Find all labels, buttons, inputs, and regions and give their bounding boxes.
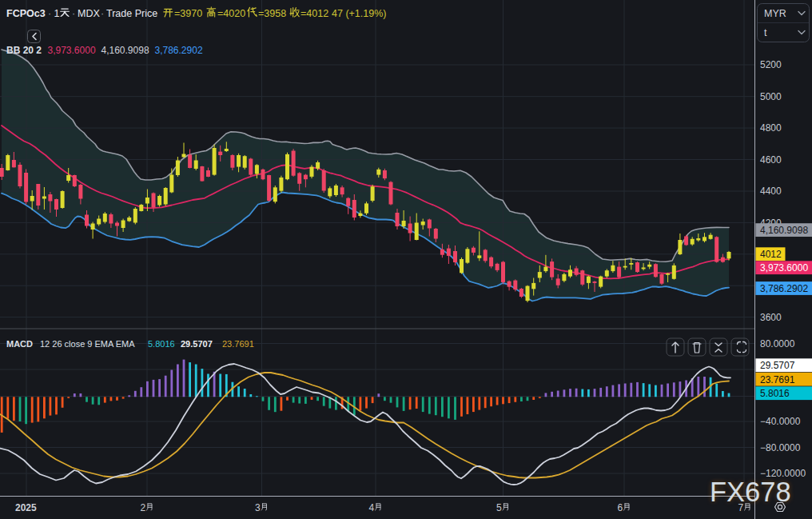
svg-text:6: 6: [618, 502, 623, 513]
svg-text:4400: 4400: [760, 186, 782, 197]
svg-text:5.8016: 5.8016: [148, 339, 175, 349]
svg-text:=3958: =3958: [258, 8, 286, 19]
svg-text:29.5707: 29.5707: [181, 339, 213, 349]
svg-text:47 (+1.19%): 47 (+1.19%): [332, 8, 386, 19]
svg-text:80.0000: 80.0000: [760, 338, 795, 349]
svg-text:3,786.2902: 3,786.2902: [155, 45, 203, 56]
svg-text:4: 4: [369, 502, 375, 513]
svg-text:4,160.9098: 4,160.9098: [102, 45, 149, 56]
svg-text:−40.0000: −40.0000: [760, 416, 801, 427]
svg-text:2: 2: [141, 502, 146, 513]
svg-text:12 26 close 9 EMA EMA: 12 26 close 9 EMA EMA: [40, 339, 135, 349]
svg-text:4600: 4600: [760, 154, 782, 166]
svg-text:4012: 4012: [760, 249, 782, 260]
svg-text:4800: 4800: [760, 122, 782, 134]
svg-text:3600: 3600: [760, 312, 782, 323]
svg-text:23.7691: 23.7691: [222, 339, 254, 349]
svg-text:MYR: MYR: [764, 8, 786, 19]
svg-text:=3970: =3970: [174, 8, 202, 19]
svg-text:FCPOc3: FCPOc3: [6, 8, 46, 19]
svg-text:·: ·: [101, 8, 104, 19]
svg-text:5.8016: 5.8016: [760, 388, 790, 399]
svg-text:3: 3: [255, 502, 261, 513]
svg-text:MACD: MACD: [6, 339, 33, 349]
svg-text:1: 1: [54, 8, 60, 19]
svg-text:BB 20 2: BB 20 2: [6, 45, 42, 56]
svg-text:t: t: [764, 27, 767, 38]
svg-text:5000: 5000: [760, 91, 782, 102]
svg-text:−80.0000: −80.0000: [760, 442, 801, 453]
svg-text:=4012: =4012: [301, 8, 328, 19]
svg-text:Trade Price: Trade Price: [106, 8, 157, 19]
svg-text:2025: 2025: [15, 502, 37, 513]
svg-text:29.5707: 29.5707: [760, 360, 795, 371]
svg-text:MDX: MDX: [78, 8, 100, 19]
svg-text:3,973.6000: 3,973.6000: [48, 45, 96, 56]
svg-text:·: ·: [72, 8, 75, 19]
svg-text:23.7691: 23.7691: [760, 374, 795, 385]
svg-text:5200: 5200: [760, 59, 782, 70]
svg-text:3,973.6000: 3,973.6000: [760, 262, 808, 273]
svg-text:·: ·: [48, 8, 51, 19]
svg-text:3,786.2902: 3,786.2902: [760, 283, 808, 294]
svg-text:=4020: =4020: [217, 8, 245, 19]
svg-text:4,160.9098: 4,160.9098: [760, 225, 808, 236]
svg-text:5: 5: [496, 502, 502, 513]
